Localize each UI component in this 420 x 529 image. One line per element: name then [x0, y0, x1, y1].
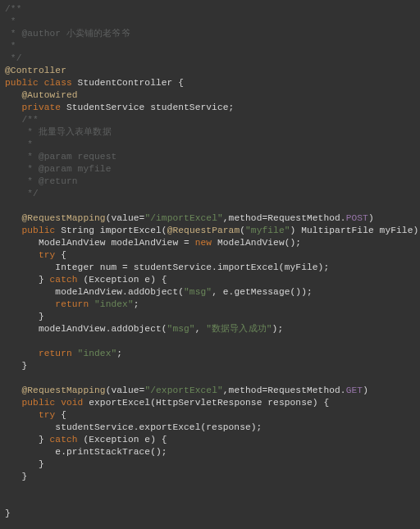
code-token: "msg": [184, 287, 212, 297]
code-line: @Controller: [5, 65, 415, 77]
code-token: [5, 201, 11, 211]
code-token: {: [61, 250, 66, 260]
code-token: return: [39, 349, 78, 358]
code-token: ,: [195, 324, 207, 334]
code-token: "msg": [167, 324, 195, 334]
code-line: *: [5, 40, 415, 52]
code-token: modelAndView.addObject(: [55, 287, 184, 297]
code-token: * @return: [21, 176, 77, 186]
code-token: ;: [116, 349, 122, 358]
code-token: (Exception e) {: [83, 435, 167, 445]
code-line: return "index";: [5, 299, 415, 311]
code-token: @Autowired: [21, 90, 77, 100]
code-line: public void exportExcel(HttpServletRespo…: [5, 397, 415, 409]
code-token: return: [55, 299, 94, 309]
code-line: e.printStackTrace();: [5, 446, 415, 458]
code-token: ): [363, 385, 368, 395]
code-token: (: [162, 226, 167, 235]
code-token: public void: [21, 398, 89, 408]
code-token: (value=: [106, 213, 145, 223]
code-token: /**: [5, 4, 21, 14]
code-token: }: [21, 472, 27, 481]
code-line: public class StudentController {: [5, 77, 415, 89]
code-token: ModelAndView modelAndView =: [39, 238, 195, 248]
code-token: "/exportExcel": [144, 385, 222, 395]
code-line: ModelAndView modelAndView = new ModelAnd…: [5, 237, 415, 249]
code-line: * @param request: [5, 151, 415, 163]
code-token: exportExcel: [89, 398, 150, 408]
code-token: try: [39, 250, 61, 260]
code-token: @RequestMapping: [21, 385, 105, 395]
code-line: * @return: [5, 176, 415, 188]
code-token: (Exception e) {: [83, 275, 167, 285]
code-token: "index": [94, 299, 134, 309]
code-token: */: [21, 189, 38, 198]
code-token: "数据导入成功": [206, 324, 272, 334]
code-line: studentService.exportExcel(response);: [5, 422, 415, 434]
code-token: }: [39, 435, 50, 445]
code-token: public class: [5, 78, 78, 88]
code-token: "myfile": [245, 226, 290, 235]
code-line: modelAndView.addObject("msg", e.getMessa…: [5, 286, 415, 299]
code-token: [5, 484, 11, 494]
code-token: ) MultipartFile myFile) {: [290, 226, 420, 235]
code-token: catch: [50, 275, 84, 285]
code-token: ;: [134, 299, 139, 309]
code-token: private: [21, 103, 66, 112]
code-line: *: [5, 139, 415, 151]
code-line: modelAndView.addObject("msg", "数据导入成功");: [5, 323, 415, 335]
code-token: [5, 496, 11, 506]
code-line: * @param myfile: [5, 163, 415, 176]
code-token: studentService.exportExcel(response);: [55, 422, 262, 432]
code-line: }: [5, 508, 415, 520]
code-line: */: [5, 188, 415, 200]
code-line: }: [5, 471, 415, 483]
code-token: GET: [346, 385, 363, 395]
code-token: * @param request: [21, 152, 116, 162]
code-line: }: [5, 311, 415, 323]
code-line: }: [5, 360, 415, 372]
code-token: StudentService studentService;: [66, 103, 234, 112]
code-line: [5, 372, 415, 385]
code-token: }: [39, 312, 44, 322]
code-token: e.printStackTrace();: [55, 447, 167, 457]
code-line: return "index";: [5, 348, 415, 360]
code-token: @RequestParam: [167, 226, 240, 235]
code-line: *: [5, 16, 415, 28]
code-token: ,method=RequestMethod.: [223, 385, 346, 395]
code-token: [5, 336, 11, 346]
code-token: @RequestMapping: [21, 213, 105, 223]
code-token: (value=: [106, 385, 145, 395]
code-token: POST: [346, 213, 368, 223]
code-token: {: [61, 410, 66, 420]
code-line: [5, 200, 415, 212]
code-token: }: [21, 361, 27, 371]
code-line: [5, 483, 415, 495]
code-line: @RequestMapping(value="/importExcel",met…: [5, 212, 415, 225]
code-token: , e.getMessage());: [212, 287, 313, 297]
code-token: StudentController {: [78, 78, 184, 88]
code-token: *: [21, 139, 33, 149]
code-token: */: [5, 53, 21, 63]
code-line: /**: [5, 114, 415, 126]
code-token: }: [39, 275, 50, 285]
code-token: String: [61, 226, 100, 235]
code-line: * @author 小卖铺的老爷爷: [5, 28, 415, 40]
code-line: @RequestMapping(value="/exportExcel",met…: [5, 385, 415, 397]
code-token: "index": [78, 349, 117, 358]
code-token: }: [5, 508, 11, 518]
code-token: modelAndView.addObject(: [39, 324, 167, 334]
code-token: try: [39, 410, 61, 420]
code-line: [5, 495, 415, 508]
code-token: "/importExcel": [144, 213, 222, 223]
code-line: private StudentService studentService;: [5, 102, 415, 114]
code-token: * @author 小卖铺的老爷爷: [5, 29, 130, 39]
code-line: */: [5, 52, 415, 65]
code-block: /** * * @author 小卖铺的老爷爷 * */@Controllerp…: [0, 0, 420, 523]
code-token: ModelAndView();: [217, 238, 301, 248]
code-token: new: [195, 238, 217, 248]
code-line: } catch (Exception e) {: [5, 274, 415, 286]
code-line: [5, 335, 415, 348]
code-token: *: [5, 41, 16, 51]
code-token: catch: [50, 435, 84, 445]
